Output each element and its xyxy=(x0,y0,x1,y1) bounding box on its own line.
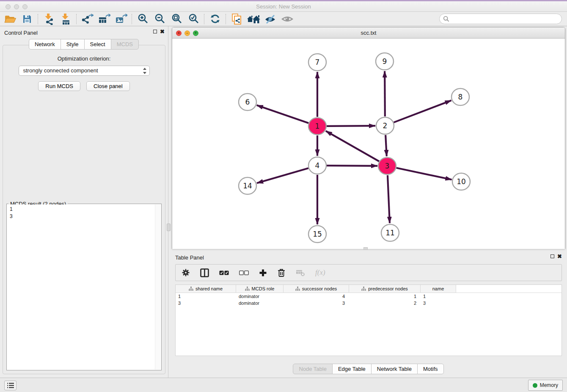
maximize-icon[interactable]: + xyxy=(193,30,198,36)
scrollbar[interactable] xyxy=(155,204,161,370)
tab-style[interactable]: Style xyxy=(61,39,85,50)
node-table: shared name MCDS role successor nodes xyxy=(175,284,562,356)
cell-name: 1 xyxy=(421,294,456,299)
tab-edge-table[interactable]: Edge Table xyxy=(332,364,372,374)
columns-icon[interactable] xyxy=(200,268,209,278)
import-table-icon[interactable] xyxy=(57,13,74,25)
graph-node-3[interactable]: 3 xyxy=(378,157,396,174)
close-icon[interactable]: × xyxy=(176,30,182,36)
graph-edge-2-3[interactable] xyxy=(385,135,387,156)
splitter-handle[interactable] xyxy=(363,247,368,250)
toolbar-separator xyxy=(204,14,204,24)
export-network-icon[interactable] xyxy=(79,13,96,25)
zoom-out-icon[interactable] xyxy=(151,13,168,25)
hierarchy-icon xyxy=(295,287,300,291)
search-icon xyxy=(443,16,449,22)
hierarchy-icon xyxy=(361,287,366,291)
refresh-icon[interactable] xyxy=(206,13,223,25)
mcds-panel: Optimization criterion: strongly connect… xyxy=(3,45,165,374)
graph-edge-1-6[interactable] xyxy=(257,105,308,123)
open-session-icon[interactable] xyxy=(2,13,19,25)
optimization-criterion-select[interactable]: strongly connected component xyxy=(19,66,150,76)
graph-node-1[interactable]: 1 xyxy=(308,118,326,135)
delete-table-icon[interactable] xyxy=(296,268,305,278)
tab-network[interactable]: Network xyxy=(29,39,61,50)
control-panel: Control Panel ✖ Network Style Select MCD… xyxy=(0,26,168,378)
graph-edge-2-9[interactable] xyxy=(385,71,385,116)
graph-node-10[interactable]: 10 xyxy=(452,173,470,190)
graph-node-11[interactable]: 11 xyxy=(381,224,399,241)
add-icon[interactable] xyxy=(259,268,267,278)
task-history-button[interactable] xyxy=(4,381,17,390)
column-header-predecessor-nodes[interactable]: predecessor nodes xyxy=(349,285,421,293)
column-header-shared-name[interactable]: shared name xyxy=(176,285,236,293)
app-titlebar: Session: New Session xyxy=(0,0,567,12)
toolbar-separator xyxy=(226,14,226,24)
network-window-titlebar[interactable]: × – + scc.txt xyxy=(172,28,565,39)
mcds-result-list[interactable]: 1 3 xyxy=(7,204,161,370)
graph-edge-3-11[interactable] xyxy=(388,175,390,223)
search-field[interactable] xyxy=(439,14,562,24)
hide-icon[interactable] xyxy=(262,13,279,25)
toolbar-separator xyxy=(76,14,77,24)
select-all-icon[interactable] xyxy=(219,268,229,278)
close-panel-button[interactable]: Close panel xyxy=(86,81,130,91)
graph-edge-2-8[interactable] xyxy=(394,100,451,122)
graph-edge-3-10[interactable] xyxy=(396,168,452,180)
column-header-mcds-role[interactable]: MCDS role xyxy=(236,285,284,293)
network-file-icon[interactable] xyxy=(228,13,245,25)
main-toolbar xyxy=(0,12,567,26)
import-network-icon[interactable] xyxy=(40,13,57,25)
export-image-icon[interactable] xyxy=(113,13,129,25)
close-panel-icon[interactable]: ✖ xyxy=(557,254,562,259)
graph-node-9[interactable]: 9 xyxy=(376,53,394,70)
tab-select[interactable]: Select xyxy=(84,39,111,50)
delete-icon[interactable] xyxy=(277,268,286,278)
table-row[interactable]: 1 dominator 4 1 1 xyxy=(176,293,561,300)
network-canvas[interactable]: 1234678910111415 xyxy=(172,39,565,249)
show-icon[interactable] xyxy=(279,13,296,25)
tab-node-table[interactable]: Node Table xyxy=(293,364,333,374)
float-panel-icon[interactable] xyxy=(550,254,554,258)
table-row[interactable]: 3 dominator 3 2 3 xyxy=(176,300,561,306)
deselect-all-icon[interactable] xyxy=(239,268,249,278)
save-session-icon[interactable] xyxy=(19,13,36,25)
gear-icon[interactable] xyxy=(182,268,190,278)
home-icon[interactable] xyxy=(245,13,262,25)
graph-edge-4-14[interactable] xyxy=(257,168,308,183)
optimization-criterion-label: Optimization criterion: xyxy=(3,55,165,62)
graph-node-15[interactable]: 15 xyxy=(308,226,326,243)
tab-network-table[interactable]: Network Table xyxy=(371,364,418,374)
zoom-fit-icon[interactable] xyxy=(168,13,185,25)
graph-edge-3-1[interactable] xyxy=(326,131,379,161)
zoom-selected-icon[interactable] xyxy=(185,13,202,25)
run-mcds-button[interactable]: Run MCDS xyxy=(38,81,80,91)
close-panel-icon[interactable]: ✖ xyxy=(160,29,165,34)
graph-node-4[interactable]: 4 xyxy=(308,157,326,174)
graph-node-7[interactable]: 7 xyxy=(308,54,326,71)
function-icon[interactable]: f(x) xyxy=(315,268,325,278)
graph-node-6[interactable]: 6 xyxy=(239,94,256,110)
cell-successor-nodes: 3 xyxy=(284,301,349,306)
float-panel-icon[interactable] xyxy=(153,30,157,33)
zoom-in-icon[interactable] xyxy=(134,13,151,25)
column-header-successor-nodes[interactable]: successor nodes xyxy=(284,285,349,293)
tab-motifs[interactable]: Motifs xyxy=(417,364,444,374)
minimize-icon[interactable]: – xyxy=(184,30,190,36)
search-input[interactable] xyxy=(451,16,561,22)
graph-edge-1-2[interactable] xyxy=(327,126,375,126)
graph-node-8[interactable]: 8 xyxy=(451,88,469,105)
toolbar-separator xyxy=(132,14,132,24)
export-table-icon[interactable] xyxy=(96,13,113,25)
memory-button[interactable]: Memory xyxy=(528,380,563,391)
graph-node-14[interactable]: 14 xyxy=(239,177,256,194)
column-header-name[interactable]: name xyxy=(421,285,456,293)
cell-name: 3 xyxy=(421,301,456,306)
network-window-title: scc.txt xyxy=(172,28,565,39)
dropdown-value: strongly connected component xyxy=(23,67,98,74)
tab-mcds[interactable]: MCDS xyxy=(111,39,139,50)
splitter-handle[interactable] xyxy=(167,224,171,231)
cell-mcds-role: dominator xyxy=(236,301,284,306)
graph-edge-4-3[interactable] xyxy=(327,166,377,166)
graph-node-2[interactable]: 2 xyxy=(376,117,394,134)
